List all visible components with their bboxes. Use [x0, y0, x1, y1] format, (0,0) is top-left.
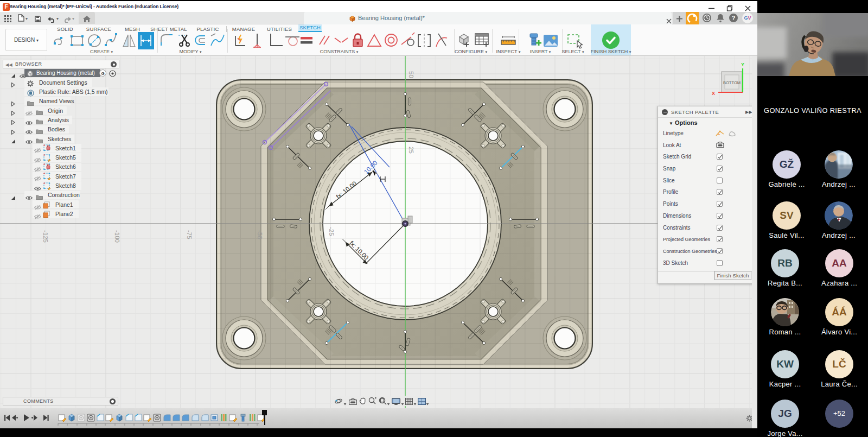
svg-text:-75: -75 — [186, 230, 193, 239]
svg-text:-25: -25 — [328, 227, 335, 236]
svg-text:50: 50 — [408, 71, 414, 78]
svg-text:BOTTOM: BOTTOM — [723, 80, 741, 85]
svg-text:-50: -50 — [257, 230, 263, 239]
svg-text:X: X — [712, 91, 715, 96]
svg-text:-100: -100 — [114, 230, 120, 243]
svg-text:25: 25 — [408, 147, 414, 154]
svg-text:-125: -125 — [42, 230, 49, 243]
svg-text:Y: Y — [741, 62, 744, 67]
